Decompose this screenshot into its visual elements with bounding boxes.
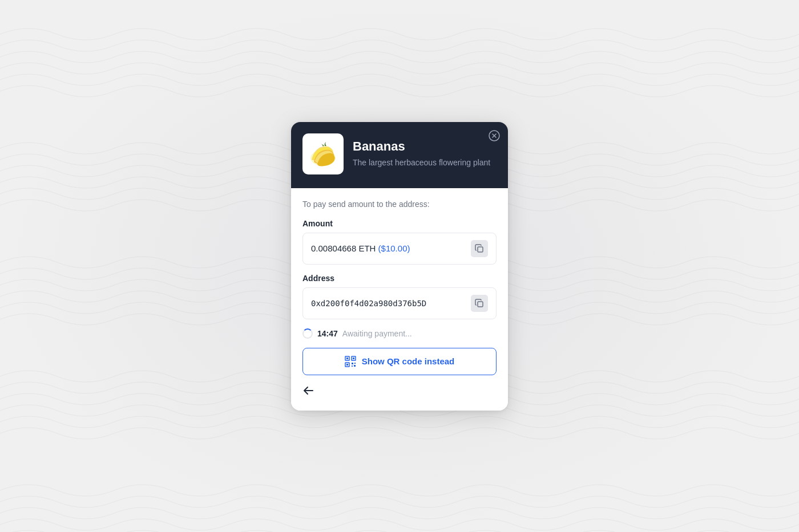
svg-rect-16 [354,365,356,367]
copy-address-button[interactable] [471,295,488,312]
modal-body: To pay send amount to the address: Amoun… [291,188,508,411]
svg-rect-10 [353,358,354,359]
timer-spinner [302,328,313,339]
close-icon [489,130,500,141]
amount-value: 0.00804668 ETH ($10.00) [311,243,410,253]
address-field-box: 0xd200f0f4d02a980d376b5D [302,287,497,319]
svg-rect-12 [346,364,348,366]
svg-rect-8 [346,358,348,359]
product-info: Bananas The largest herbaceous flowering… [353,139,497,169]
amount-field-box: 0.00804668 ETH ($10.00) [302,233,497,265]
address-value: 0xd200f0f4d02a980d376b5D [311,299,426,308]
address-label: Address [302,274,497,283]
awaiting-status: Awaiting payment... [342,329,412,338]
amount-eth: 0.00804668 ETH [311,243,376,253]
banana-illustration [306,138,340,169]
payment-modal: Bananas The largest herbaceous flowering… [291,122,508,411]
product-description: The largest herbaceous flowering plant [353,157,497,169]
svg-rect-13 [352,363,353,364]
svg-rect-15 [352,366,353,367]
modal-header: Bananas The largest herbaceous flowering… [291,122,508,188]
timer-row: 14:47 Awaiting payment... [302,328,497,339]
svg-rect-6 [478,302,483,307]
amount-label: Amount [302,219,497,228]
copy-address-icon [475,299,484,308]
close-button[interactable] [487,129,501,143]
product-name: Bananas [353,139,497,154]
product-image [302,133,344,174]
back-arrow-icon [302,384,315,397]
svg-rect-14 [354,363,356,364]
qr-code-icon [345,356,356,367]
pay-instruction: To pay send amount to the address: [302,200,497,209]
show-qr-button[interactable]: Show QR code instead [302,348,497,375]
amount-usd: ($10.00) [378,243,410,253]
back-button[interactable] [302,384,315,397]
svg-rect-5 [478,247,483,252]
qr-button-label: Show QR code instead [362,356,455,366]
copy-icon [475,244,484,253]
copy-amount-button[interactable] [471,240,488,257]
timer-value: 14:47 [317,329,338,338]
